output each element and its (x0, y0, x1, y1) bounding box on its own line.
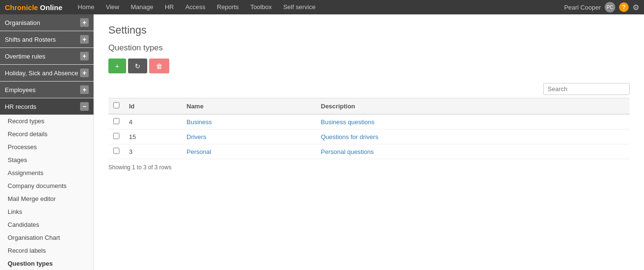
sidebar-expand-holiday[interactable]: + (80, 69, 89, 77)
nav-self-service[interactable]: Self service (278, 0, 321, 14)
sidebar-item-assignments[interactable]: Assignments (0, 166, 94, 179)
nav-reports[interactable]: Reports (211, 0, 245, 14)
sidebar-expand-employees[interactable]: + (80, 85, 89, 94)
sidebar-item-question-types[interactable]: Question types (0, 257, 94, 270)
nav-view[interactable]: View (100, 0, 125, 14)
sidebar-group-overtime: Overtime rules + (0, 48, 94, 65)
row-description[interactable]: Personal questions (316, 144, 630, 159)
sidebar-collapse-hr-records[interactable]: − (80, 102, 89, 111)
nav-home[interactable]: Home (72, 0, 100, 14)
add-button[interactable]: + (108, 59, 126, 73)
data-table: Id Name Description 4 Business Business … (108, 98, 630, 159)
sidebar-item-stages[interactable]: Stages (0, 153, 94, 166)
refresh-button[interactable]: ↻ (128, 59, 147, 73)
row-checkbox-cell (108, 114, 124, 129)
sidebar-group-employees: Employees + (0, 82, 94, 98)
row-checkbox[interactable] (113, 148, 119, 154)
sidebar-label-employees: Employees (5, 86, 35, 94)
row-id: 15 (124, 129, 182, 144)
sidebar-item-mail-merge-editor[interactable]: Mail Merge editor (0, 192, 94, 205)
sidebar-item-organisation-chart[interactable]: Organisation Chart (0, 231, 94, 244)
nav-access[interactable]: Access (179, 0, 211, 14)
sidebar-group-holiday: Holiday, Sick and Absence + (0, 65, 94, 82)
brand-online: Online (40, 3, 62, 12)
nav-hr[interactable]: HR (159, 0, 180, 14)
user-name: Pearl Cooper (564, 4, 601, 11)
main-content: Settings Question types + ↻ 🗑 (94, 14, 644, 270)
sidebar-header-shifts[interactable]: Shifts and Rosters + (0, 31, 94, 47)
sidebar-header-employees[interactable]: Employees + (0, 82, 94, 98)
sidebar-group-shifts: Shifts and Rosters + (0, 31, 94, 48)
sidebar-label-organisation: Organisation (5, 19, 40, 26)
sidebar-header-holiday[interactable]: Holiday, Sick and Absence + (0, 65, 94, 81)
section-title: Question types (108, 43, 630, 53)
sidebar-item-record-details[interactable]: Record details (0, 128, 94, 141)
sidebar-item-links[interactable]: Links (0, 205, 94, 218)
row-id: 3 (124, 144, 182, 159)
sidebar-item-processes[interactable]: Processes (0, 141, 94, 153)
table-row: 4 Business Business questions (108, 114, 630, 129)
row-description[interactable]: Business questions (316, 114, 630, 129)
sidebar-header-organisation[interactable]: Organisation + (0, 14, 94, 31)
sidebar-group-hr-records: HR records − Record types Record details… (0, 98, 94, 270)
sidebar-label-hr-records: HR records (5, 103, 36, 110)
help-button[interactable]: ? (619, 2, 629, 12)
sidebar-item-company-documents[interactable]: Company documents (0, 179, 94, 192)
page-title: Settings (108, 24, 630, 36)
row-id: 4 (124, 114, 182, 129)
main-layout: Organisation + Shifts and Rosters + Over… (0, 14, 644, 270)
sidebar-item-record-types[interactable]: Record types (0, 115, 94, 128)
top-navigation: Chronicle Online Home View Manage HR Acc… (0, 0, 644, 14)
brand-logo[interactable]: Chronicle Online (5, 3, 62, 12)
sidebar-header-overtime[interactable]: Overtime rules + (0, 48, 94, 64)
sidebar-label-shifts: Shifts and Rosters (5, 36, 56, 43)
search-input[interactable] (543, 83, 630, 95)
table-row: 3 Personal Personal questions (108, 144, 630, 159)
column-header-name[interactable]: Name (182, 98, 316, 115)
column-header-description[interactable]: Description (316, 98, 630, 115)
top-right-area: Pearl Cooper PC ? ⚙ (564, 2, 639, 12)
row-name[interactable]: Personal (182, 144, 316, 159)
row-checkbox[interactable] (113, 118, 119, 124)
sidebar-label-overtime: Overtime rules (5, 53, 46, 60)
column-header-checkbox (108, 98, 124, 115)
sidebar-header-hr-records[interactable]: HR records − (0, 98, 94, 115)
select-all-checkbox[interactable] (113, 102, 119, 108)
sidebar: Organisation + Shifts and Rosters + Over… (0, 14, 94, 270)
search-row (108, 83, 630, 95)
table-header-row: Id Name Description (108, 98, 630, 115)
sidebar-expand-overtime[interactable]: + (80, 52, 89, 60)
row-description[interactable]: Questions for drivers (316, 129, 630, 144)
refresh-icon: ↻ (135, 62, 141, 70)
gear-icon[interactable]: ⚙ (632, 3, 639, 12)
row-name[interactable]: Drivers (182, 129, 316, 144)
toolbar: + ↻ 🗑 (108, 59, 630, 73)
row-checkbox-cell (108, 129, 124, 144)
brand-chronicle: Chronicle (5, 3, 38, 12)
sidebar-item-candidates[interactable]: Candidates (0, 218, 94, 231)
nav-toolbox[interactable]: Toolbox (245, 0, 278, 14)
sidebar-label-holiday: Holiday, Sick and Absence (5, 70, 78, 77)
add-icon: + (115, 62, 119, 70)
showing-text: Showing 1 to 3 of 3 rows (108, 164, 630, 171)
row-name[interactable]: Business (182, 114, 316, 129)
row-checkbox[interactable] (113, 133, 119, 139)
sidebar-expand-organisation[interactable]: + (80, 18, 89, 27)
nav-items: Home View Manage HR Access Reports Toolb… (72, 0, 564, 14)
row-checkbox-cell (108, 144, 124, 159)
sidebar-expand-shifts[interactable]: + (80, 35, 89, 44)
delete-icon: 🗑 (156, 62, 163, 70)
avatar[interactable]: PC (605, 2, 615, 12)
nav-manage[interactable]: Manage (125, 0, 159, 14)
sidebar-group-organisation: Organisation + (0, 14, 94, 31)
column-header-id[interactable]: Id (124, 98, 182, 115)
sidebar-item-record-labels[interactable]: Record labels (0, 244, 94, 257)
table-row: 15 Drivers Questions for drivers (108, 129, 630, 144)
delete-button[interactable]: 🗑 (149, 59, 169, 73)
